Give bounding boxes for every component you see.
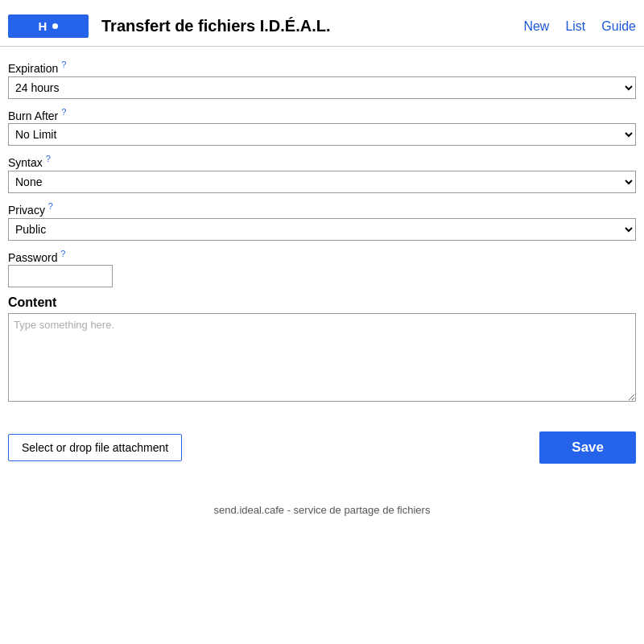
nav-new[interactable]: New <box>523 19 549 34</box>
content-textarea[interactable] <box>8 313 636 402</box>
syntax-group: Syntax ? None Plain Text HTML JavaScript… <box>8 154 636 193</box>
form-container: Expiration ? 24 hours 1 hour 12 hours 48… <box>0 47 644 420</box>
password-input[interactable] <box>8 265 113 287</box>
footer-text: send.ideal.cafe - service de partage de … <box>214 504 431 516</box>
logo-text: H <box>39 19 48 33</box>
site-title: Transfert de fichiers I.D.É.A.L. <box>101 17 510 35</box>
nav-links: New List Guide <box>523 19 636 34</box>
syntax-label: Syntax ? <box>8 154 636 169</box>
content-label: Content <box>8 295 636 310</box>
privacy-group: Privacy ? Public Private Unlisted <box>8 201 636 241</box>
save-button[interactable]: Save <box>539 431 636 464</box>
bottom-bar: Select or drop file attachment Save <box>0 420 644 472</box>
content-group: Content <box>8 295 636 404</box>
syntax-select[interactable]: None Plain Text HTML JavaScript Python C… <box>8 171 636 193</box>
password-label: Password ? <box>8 249 636 264</box>
burn-after-group: Burn After ? No Limit 1 read 2 reads 5 r… <box>8 107 636 147</box>
password-group: Password ? <box>8 249 636 288</box>
nav-guide[interactable]: Guide <box>601 19 636 34</box>
expiration-label: Expiration ? <box>8 60 636 75</box>
file-select-button[interactable]: Select or drop file attachment <box>8 434 182 461</box>
burn-after-label: Burn After ? <box>8 107 636 122</box>
header: H Transfert de fichiers I.D.É.A.L. New L… <box>0 0 644 46</box>
nav-list[interactable]: List <box>565 19 585 34</box>
logo-dot <box>52 23 58 29</box>
logo: H <box>8 14 89 38</box>
expiration-group: Expiration ? 24 hours 1 hour 12 hours 48… <box>8 60 636 99</box>
expiration-select[interactable]: 24 hours 1 hour 12 hours 48 hours 1 week… <box>8 76 636 99</box>
privacy-select[interactable]: Public Private Unlisted <box>8 218 636 241</box>
privacy-label: Privacy ? <box>8 201 636 217</box>
burn-after-select[interactable]: No Limit 1 read 2 reads 5 reads 10 reads <box>8 123 636 146</box>
footer: send.ideal.cafe - service de partage de … <box>0 504 644 532</box>
